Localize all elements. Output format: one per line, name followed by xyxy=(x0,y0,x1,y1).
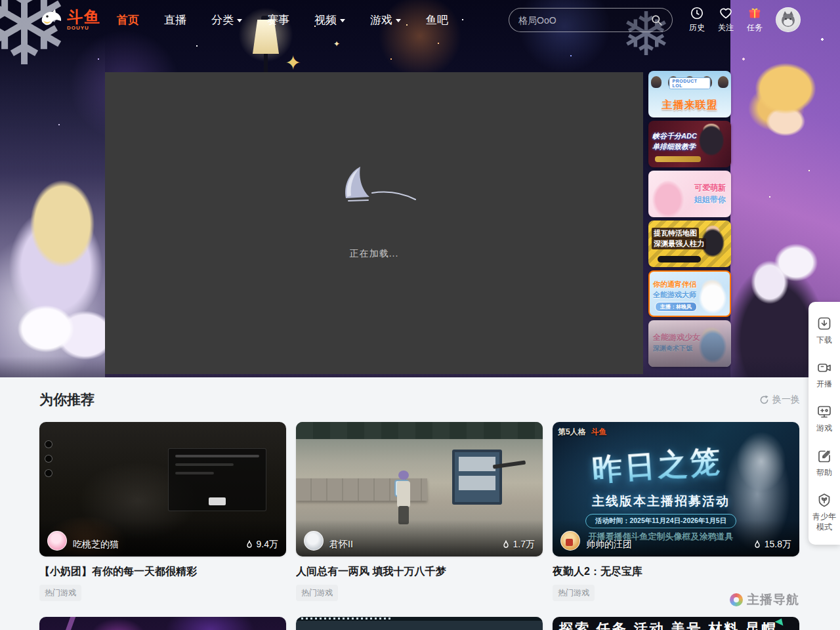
streamer-name: 帅帅的汪团 xyxy=(586,539,747,551)
search-icon[interactable] xyxy=(651,14,663,26)
banner-allnight-companion-highlighted[interactable]: 你的通宵伴侣 全能游戏大师 主播：林晚风 xyxy=(648,270,731,317)
teen-shield-icon xyxy=(816,492,832,508)
douyu-logo[interactable]: 斗鱼 DOUYU xyxy=(38,9,101,31)
banner-adc-teaching[interactable]: 峡谷千分ADC 单排细致教学 xyxy=(648,121,731,167)
game-dialog-decoration xyxy=(168,448,266,511)
nav-item-yuba[interactable]: 鱼吧 xyxy=(426,12,448,28)
hot-flame-icon xyxy=(245,540,254,549)
nav-item-esports[interactable]: 赛事 xyxy=(267,12,289,28)
nav-item-video[interactable]: 视频 xyxy=(314,12,345,28)
cat-avatar-icon xyxy=(776,8,800,32)
stream-title[interactable]: 人间总有一两风 填我十万八千梦 xyxy=(296,565,543,579)
category-tag: 热门游戏 xyxy=(39,585,81,601)
banner-game-girl[interactable]: 全能游戏少女 深渊奇术下饭 xyxy=(648,320,731,367)
stream-thumbnail[interactable]: 吃桃芝的猫 9.4万 xyxy=(39,422,286,556)
teen-mode-button[interactable]: 青少年模式 xyxy=(808,485,840,539)
nav-item-categories[interactable]: 分类 xyxy=(211,12,242,28)
banner-tag-decoration xyxy=(658,256,701,262)
banner-line2: 姐姐带你 xyxy=(694,194,726,205)
streamer-name: 君怀II xyxy=(329,539,495,551)
plush-dolls-artwork xyxy=(0,37,105,377)
game-character-decoration xyxy=(393,471,415,526)
shark-fin-loading-icon xyxy=(325,164,423,205)
download-button[interactable]: 下载 xyxy=(808,308,840,352)
stream-thumbnail[interactable] xyxy=(39,617,286,630)
stream-thumbnail[interactable] xyxy=(296,617,543,630)
recommend-card-row-partial: 探索 任务 活动 美号 材料 昆帽 xyxy=(39,617,800,630)
start-streaming-button[interactable]: 开播 xyxy=(808,352,840,396)
stream-card[interactable] xyxy=(39,617,286,630)
nav-item-games[interactable]: 游戏 xyxy=(370,12,401,28)
banner-cute-newbie[interactable]: 可爱萌新 姐姐带你 xyxy=(648,171,731,217)
search-input[interactable] xyxy=(518,15,651,26)
search-bar[interactable] xyxy=(509,8,673,32)
floating-toolbar: 下载 开播 游戏 帮助 青少年模式 xyxy=(808,302,840,545)
banner-title: 主播来联盟 xyxy=(648,98,731,112)
gift-icon xyxy=(747,6,762,20)
refresh-button[interactable]: 换一换 xyxy=(759,394,800,406)
logo-subtext: DOUYU xyxy=(67,26,101,31)
loading-text: 正在加载... xyxy=(350,248,399,260)
banner-shade xyxy=(648,320,731,367)
chevron-down-icon xyxy=(237,19,242,22)
side-banner-list: PRODUCT LOL 主播来联盟 峡谷千分ADC 单排细致教学 可爱萌新 姐姐… xyxy=(648,71,731,367)
hot-flame-icon xyxy=(501,540,511,549)
help-feedback-button[interactable]: 帮助 xyxy=(808,441,840,485)
stream-card[interactable]: 第5人格 斗鱼 昨日之笼 主线版本主播招募活动 活动时间：2025年11月24日… xyxy=(553,422,799,601)
stream-thumbnail[interactable]: 君怀II 1.7万 xyxy=(296,422,543,556)
colorwheel-icon xyxy=(730,593,743,606)
live-player[interactable]: 正在加载... xyxy=(105,72,643,374)
brand-badge: 斗鱼 xyxy=(591,427,607,438)
banner-streamer-tag: 主播：林晚风 xyxy=(655,302,697,312)
tasks-button[interactable]: 任务 xyxy=(740,6,769,33)
user-avatar[interactable] xyxy=(776,7,801,32)
banner-lol-league[interactable]: PRODUCT LOL 主播来联盟 xyxy=(648,71,731,117)
heart-icon xyxy=(719,6,733,20)
banner-line1: 峡谷千分ADC xyxy=(652,131,697,141)
section-header: 为你推荐 换一换 xyxy=(39,390,800,409)
section-title: 为你推荐 xyxy=(39,390,94,409)
thumbnail-text: 探索 任务 活动 美号 材料 昆帽 xyxy=(559,620,777,630)
star-decoration xyxy=(333,39,340,49)
recommend-card-row: 吃桃芝的猫 9.4万 【小奶团】有你的每一天都很精彩 热门游戏 xyxy=(39,422,800,601)
card-overlay: 吃桃芝的猫 9.4万 xyxy=(39,520,286,556)
promo-subtitle: 主线版本主播招募活动 xyxy=(553,493,769,510)
chevron-down-icon xyxy=(396,19,401,22)
nav-item-live[interactable]: 直播 xyxy=(164,12,186,28)
banner-line1: 可爱萌新 xyxy=(694,182,726,194)
top-navbar: 斗鱼 DOUYU 首页 直播 分类 赛事 视频 游戏 鱼吧 xyxy=(0,0,840,39)
streamer-avatar xyxy=(560,531,580,551)
edit-help-icon xyxy=(816,448,832,464)
viewer-count: 9.4万 xyxy=(245,539,278,551)
category-tag: 热门游戏 xyxy=(553,585,595,601)
stream-title[interactable]: 夜勤人2：无尽宝库 xyxy=(553,565,799,579)
refresh-icon xyxy=(759,395,769,405)
stream-card[interactable]: 探索 任务 活动 美号 材料 昆帽 xyxy=(553,617,799,630)
logo-wordmark: 斗鱼 DOUYU xyxy=(67,9,101,31)
stream-card[interactable]: 吃桃芝的猫 9.4万 【小奶团】有你的每一天都很精彩 热门游戏 xyxy=(39,422,286,601)
recommend-section: 为你推荐 换一换 吃桃芝的猫 xyxy=(0,377,840,630)
streamer-nav-watermark[interactable]: 主播导航 xyxy=(730,591,799,608)
card-overlay: 帅帅的汪团 15.8万 xyxy=(553,520,799,556)
stream-thumbnail[interactable]: 探索 任务 活动 美号 材料 昆帽 xyxy=(553,617,799,630)
stream-card[interactable] xyxy=(296,617,543,630)
stream-card[interactable]: 君怀II 1.7万 人间总有一两风 填我十万八千梦 热门游戏 xyxy=(296,422,543,601)
stream-thumbnail[interactable]: 第5人格 斗鱼 昨日之笼 主线版本主播招募活动 活动时间：2025年11月24日… xyxy=(553,422,799,556)
logo-text: 斗鱼 xyxy=(67,9,101,25)
streamer-name: 吃桃芝的猫 xyxy=(73,539,239,551)
banner-line2: 深渊最强人柱力 xyxy=(652,238,706,249)
nav-item-home[interactable]: 首页 xyxy=(117,12,139,28)
hot-flame-icon xyxy=(753,540,762,549)
banner-teyvat-map[interactable]: 提瓦特活地图 深渊最强人柱力 xyxy=(648,220,731,267)
game-badge: 第5人格 xyxy=(558,427,586,438)
streamer-avatar xyxy=(47,531,67,551)
card-overlay: 君怀II 1.7万 xyxy=(296,520,543,556)
follow-button[interactable]: 关注 xyxy=(711,6,740,33)
stream-title[interactable]: 【小奶团】有你的每一天都很精彩 xyxy=(39,565,286,579)
main-nav: 首页 直播 分类 赛事 视频 游戏 鱼吧 xyxy=(117,12,448,28)
banner-line1: 提瓦特活地图 xyxy=(652,228,699,239)
game-center-button[interactable]: 游戏 xyxy=(808,396,840,440)
category-tag: 热门游戏 xyxy=(296,585,338,601)
history-button[interactable]: 历史 xyxy=(682,6,711,33)
banner-line2: 单排细致教学 xyxy=(652,142,696,152)
